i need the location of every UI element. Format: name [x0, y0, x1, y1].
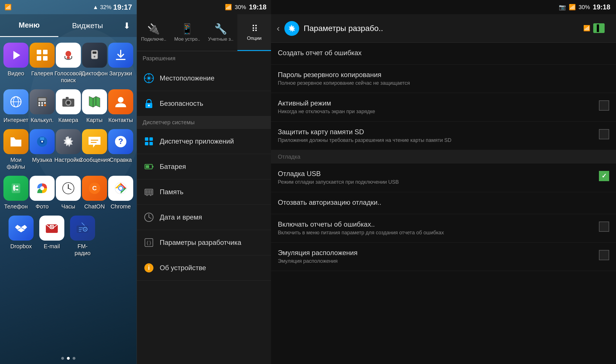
app-music[interactable]: Музыка [30, 129, 55, 163]
emulate-location-desc: Эмуляция расположения [278, 258, 596, 264]
backup-password-desc: Полное резервное копирование сейчас не з… [278, 80, 609, 86]
app-chaton[interactable]: C ChatON [82, 176, 107, 210]
app-calc[interactable]: Калькул. [30, 89, 55, 123]
datetime-icon [143, 211, 155, 224]
protect-sd-desc: Приложения должны требовать разрешения н… [278, 137, 596, 144]
back-button[interactable]: ‹ [277, 23, 280, 34]
protect-sd-checkbox[interactable] [599, 129, 609, 139]
dev-option-active-mode[interactable]: Активный режим Никогда не отключать экра… [271, 93, 616, 121]
tab-menu-label: Меню [19, 21, 40, 30]
active-mode-checkbox[interactable] [599, 100, 609, 111]
page-indicators [0, 353, 137, 364]
app-gallery[interactable]: Галерея [30, 43, 55, 77]
settings-item-memory[interactable]: Память [137, 179, 271, 205]
app-grid: Видео Галерея [0, 37, 137, 353]
app-chrome[interactable]: Chrome [108, 176, 133, 210]
svg-line-90 [149, 217, 151, 218]
home-screen: 📶 ▲ 32% 19:17 Меню Виджеты ⬇ Видео [0, 0, 137, 364]
app-myfiles[interactable]: Мои файлы [3, 129, 28, 170]
svg-rect-86 [147, 195, 147, 196]
svg-marker-28 [89, 96, 100, 107]
usb-debug-title: Отладка USB [278, 170, 596, 178]
svg-rect-4 [43, 56, 48, 61]
dev-option-protect-sd[interactable]: Защитить карту памяти SD Приложения долж… [271, 122, 616, 150]
settings-item-battery[interactable]: Батарея [137, 154, 271, 179]
settings-item-security[interactable]: Безопасность [137, 91, 271, 116]
app-dropbox[interactable]: Dropbox [9, 216, 34, 250]
active-mode-title: Активный режим [278, 99, 596, 107]
dev-option-usb-debug[interactable]: Отладка USB Режим отладки запускается пр… [271, 164, 616, 192]
emulate-location-checkbox[interactable] [599, 250, 609, 260]
app-downloads[interactable]: Загрузки [108, 43, 133, 77]
app-messages[interactable]: Сообщения [82, 129, 107, 163]
app-recorder[interactable]: Диктофон [82, 43, 107, 77]
svg-rect-18 [38, 102, 40, 104]
app-voice-label: Голосовой поиск [54, 70, 82, 84]
download-icon: ⬇ [123, 21, 130, 31]
settings-wifi-icon: 📶 [225, 4, 232, 11]
app-contacts[interactable]: Контакты [108, 89, 133, 123]
svg-text:?: ? [118, 137, 123, 146]
settings-item-aboutdevice[interactable]: i Об устройстве [137, 255, 271, 281]
dev-option-revoke-auth[interactable]: Отозвать авторизацию отладки.. [271, 192, 616, 214]
settings-item-datetime[interactable]: Дата и время [137, 205, 271, 230]
app-help-label: Справка [110, 156, 132, 163]
svg-point-44 [68, 188, 69, 189]
tab-options[interactable]: ⠿ Опции [237, 14, 271, 51]
app-video[interactable]: Видео [3, 43, 28, 77]
developer-options-title: Параметры разрабо.. [304, 24, 573, 33]
svg-rect-84 [149, 190, 150, 194]
settings-item-location[interactable]: Местоположение [137, 66, 271, 91]
app-phone[interactable]: Телефон [3, 176, 28, 210]
active-mode-desc: Никогда не отключать экран при зарядке [278, 108, 596, 115]
svg-rect-79 [152, 166, 153, 167]
svg-rect-2 [43, 50, 48, 54]
app-clock-label: Часы [61, 203, 75, 210]
svg-point-11 [94, 56, 95, 57]
tab-widgets-label: Виджеты [72, 21, 103, 30]
settings-item-appmanager[interactable]: Диспетчер приложений [137, 129, 271, 154]
dev-option-create-report[interactable]: Создать отчет об ошибках [271, 43, 616, 65]
svg-rect-80 [146, 165, 149, 168]
dev-option-backup-password[interactable]: Пароль резервного копирования Полное рез… [271, 65, 616, 93]
settings-gear-icon [284, 21, 299, 36]
usb-debug-checkbox[interactable] [599, 171, 609, 181]
app-email-label: E-mail [44, 243, 60, 250]
app-maps[interactable]: Карты [82, 89, 107, 123]
dev-option-error-reports[interactable]: Включать отчеты об ошибках.. Включить в … [271, 214, 616, 243]
app-camera[interactable]: Камера [56, 89, 81, 123]
usb-debug-desc: Режим отладки запускается при подключени… [278, 179, 596, 185]
options-icon: ⠿ [251, 23, 257, 34]
revoke-auth-title: Отозвать авторизацию отладки.. [278, 198, 609, 206]
tab-widgets[interactable]: Виджеты [58, 14, 117, 37]
settings-item-devparams[interactable]: {} Параметры разработчика [137, 230, 271, 255]
tab-download[interactable]: ⬇ [117, 14, 137, 37]
error-reports-checkbox[interactable] [599, 222, 609, 232]
app-fmradio[interactable]: FM-радио [70, 216, 95, 257]
app-row-1: Видео Галерея [3, 43, 134, 84]
clock-time: 19:17 [113, 3, 132, 12]
tab-connect-label: Подключе.. [141, 37, 166, 42]
tab-mydevice[interactable]: 📱 Мое устро.. [171, 14, 204, 51]
dev-option-emulate-location[interactable]: Эмуляция расположения Эмуляция расположе… [271, 243, 616, 271]
app-clock[interactable]: Часы [56, 176, 81, 210]
app-help[interactable]: ? Справка [108, 129, 133, 163]
app-internet[interactable]: Интернет [3, 89, 28, 123]
app-messages-label: Сообщения [79, 156, 110, 163]
svg-point-49 [119, 187, 122, 190]
developer-options-list: Создать отчет об ошибках Пароль резервно… [271, 43, 616, 364]
svg-point-40 [40, 186, 44, 190]
app-row-5: Dropbox @ E-mail [3, 216, 134, 257]
app-settings[interactable]: Настройки [56, 129, 81, 163]
app-voice[interactable]: Голосовой поиск [56, 43, 81, 84]
tab-menu[interactable]: Меню [0, 14, 58, 37]
app-photos[interactable]: Фото [30, 176, 55, 210]
svg-rect-17 [38, 98, 46, 101]
app-email[interactable]: @ E-mail [39, 216, 64, 250]
tab-connect[interactable]: 🔌 Подключе.. [137, 14, 171, 51]
mydevice-icon: 📱 [181, 23, 194, 35]
tab-accounts[interactable]: 🔧 Учетные з.. [204, 14, 238, 51]
app-recorder-label: Диктофон [81, 70, 108, 77]
svg-rect-77 [149, 142, 153, 145]
home-tab-bar: Меню Виджеты ⬇ [0, 14, 137, 37]
